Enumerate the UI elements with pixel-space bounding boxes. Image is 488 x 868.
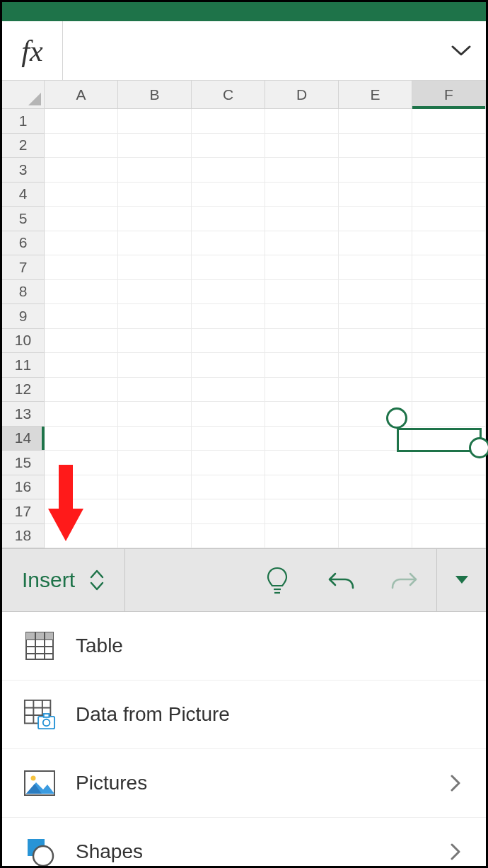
cell[interactable]: [265, 524, 339, 549]
cell[interactable]: [265, 329, 339, 354]
cell[interactable]: [339, 255, 412, 280]
cell[interactable]: [192, 451, 265, 475]
cell[interactable]: [412, 499, 486, 524]
column-header[interactable]: B: [118, 81, 192, 109]
cell[interactable]: [265, 499, 339, 524]
column-header[interactable]: D: [265, 81, 339, 109]
cell[interactable]: [45, 280, 118, 305]
cell[interactable]: [339, 109, 412, 134]
formula-input[interactable]: [63, 21, 436, 80]
cell[interactable]: [45, 231, 118, 256]
cell[interactable]: [118, 524, 192, 549]
cell[interactable]: [412, 231, 486, 256]
cell[interactable]: [412, 207, 486, 231]
redo-button[interactable]: [373, 549, 436, 611]
row-header[interactable]: 9: [2, 304, 45, 329]
cell[interactable]: [192, 499, 265, 524]
row-header[interactable]: 13: [2, 402, 45, 427]
cell[interactable]: [192, 329, 265, 354]
cell[interactable]: [118, 402, 192, 427]
cell[interactable]: [265, 353, 339, 378]
cell[interactable]: [265, 402, 339, 427]
cell[interactable]: [45, 378, 118, 403]
ribbon-tab-selector[interactable]: Insert: [2, 549, 125, 611]
cell[interactable]: [192, 353, 265, 378]
menu-item-data-from-picture[interactable]: Data from Picture: [2, 681, 486, 749]
cell[interactable]: [192, 255, 265, 280]
cell[interactable]: [412, 402, 486, 427]
formula-expand-button[interactable]: [436, 45, 486, 57]
cell[interactable]: [339, 280, 412, 305]
row-header[interactable]: 11: [2, 353, 45, 378]
cell[interactable]: [339, 183, 412, 207]
cell[interactable]: [192, 475, 265, 500]
cell[interactable]: [118, 427, 192, 451]
cell[interactable]: [45, 475, 118, 500]
cell[interactable]: [192, 378, 265, 403]
cell[interactable]: [192, 134, 265, 158]
cell[interactable]: [412, 475, 486, 500]
cell[interactable]: [118, 499, 192, 524]
row-header[interactable]: 2: [2, 134, 45, 158]
cell[interactable]: [339, 524, 412, 549]
cell[interactable]: [412, 329, 486, 354]
cell[interactable]: [45, 255, 118, 280]
cell[interactable]: [192, 304, 265, 329]
menu-item-pictures[interactable]: Pictures: [2, 749, 486, 818]
cell[interactable]: [339, 451, 412, 475]
cell[interactable]: [265, 255, 339, 280]
cell[interactable]: [45, 427, 118, 451]
spreadsheet-grid[interactable]: ABCDEF 123456789101112131415161718: [2, 81, 486, 548]
cell[interactable]: [45, 329, 118, 354]
row-header[interactable]: 12: [2, 378, 45, 403]
cell[interactable]: [45, 109, 118, 134]
menu-item-shapes[interactable]: Shapes: [2, 818, 486, 866]
cell[interactable]: [118, 255, 192, 280]
cell[interactable]: [412, 280, 486, 305]
cell[interactable]: [412, 109, 486, 134]
cell[interactable]: [265, 109, 339, 134]
row-header[interactable]: 7: [2, 255, 45, 280]
cell[interactable]: [412, 378, 486, 403]
cell[interactable]: [265, 378, 339, 403]
row-header[interactable]: 10: [2, 329, 45, 354]
cell[interactable]: [339, 402, 412, 427]
cell[interactable]: [265, 427, 339, 451]
cell[interactable]: [45, 183, 118, 207]
cell[interactable]: [118, 207, 192, 231]
undo-button[interactable]: [309, 549, 373, 611]
cell[interactable]: [265, 231, 339, 256]
cell[interactable]: [118, 183, 192, 207]
row-header[interactable]: 6: [2, 231, 45, 256]
cell[interactable]: [412, 524, 486, 549]
cell[interactable]: [339, 427, 412, 451]
row-header[interactable]: 16: [2, 475, 45, 500]
cell[interactable]: [192, 427, 265, 451]
cell[interactable]: [265, 158, 339, 183]
row-header[interactable]: 18: [2, 524, 45, 549]
cell[interactable]: [339, 378, 412, 403]
ideas-button[interactable]: [245, 549, 309, 611]
cell[interactable]: [118, 134, 192, 158]
column-header[interactable]: A: [45, 81, 118, 109]
cell[interactable]: [265, 475, 339, 500]
row-header[interactable]: 5: [2, 207, 45, 231]
row-header[interactable]: 14: [2, 427, 45, 451]
cell[interactable]: [192, 158, 265, 183]
cell[interactable]: [412, 183, 486, 207]
menu-item-table[interactable]: Table: [2, 612, 486, 681]
cell[interactable]: [118, 451, 192, 475]
cell[interactable]: [339, 158, 412, 183]
column-header[interactable]: F: [412, 81, 486, 109]
cell[interactable]: [118, 231, 192, 256]
cell[interactable]: [265, 134, 339, 158]
cell[interactable]: [339, 475, 412, 500]
cell[interactable]: [45, 134, 118, 158]
cell[interactable]: [118, 378, 192, 403]
cell[interactable]: [412, 451, 486, 475]
cell[interactable]: [118, 329, 192, 354]
cell[interactable]: [45, 451, 118, 475]
cell[interactable]: [192, 402, 265, 427]
cell[interactable]: [192, 280, 265, 305]
cell[interactable]: [265, 207, 339, 231]
